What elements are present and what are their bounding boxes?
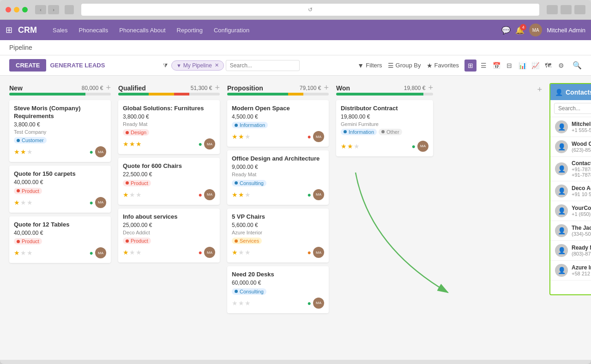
- nav-reporting[interactable]: Reporting: [172, 24, 207, 36]
- contact-item[interactable]: 👤 Azure Interior +58 212 681 0538: [550, 261, 591, 280]
- card-tag: Information: [232, 122, 268, 128]
- column-add-icon[interactable]: +: [106, 83, 111, 93]
- chat-icon[interactable]: 💬: [501, 26, 511, 35]
- app-grid-icon[interactable]: ⊞: [6, 25, 12, 35]
- search-input[interactable]: [226, 60, 300, 71]
- nav-phonecalls-about[interactable]: Phonecalls About: [115, 24, 170, 36]
- star-1: ★: [123, 191, 129, 198]
- kanban-card[interactable]: Global Solutions: Furnitures 3,800.00 € …: [118, 100, 220, 154]
- minimize-btn[interactable]: [14, 7, 19, 12]
- close-btn[interactable]: [6, 7, 11, 12]
- search-icon[interactable]: 🔍: [573, 61, 582, 70]
- browser-toolbar: ‹ › ↺: [0, 0, 591, 20]
- column-add-icon[interactable]: +: [324, 83, 329, 93]
- groupby-button[interactable]: ☰ Group By: [388, 62, 421, 69]
- kanban-card[interactable]: Office Design and Architecture 9,000.00 …: [227, 150, 329, 204]
- view-toggle: ⊞ ☰ 📅 ⊟ 📊 📈 🗺 ⚙: [464, 60, 567, 72]
- kanban-card[interactable]: Quote for 12 Tables 40,000.00 € Product …: [9, 216, 111, 263]
- card-company: Azure Interior: [232, 230, 324, 235]
- contacts-search-input[interactable]: [554, 103, 591, 114]
- star-1: ★: [14, 148, 20, 155]
- pivot-view-icon[interactable]: ⊟: [503, 60, 515, 72]
- nav-configuration[interactable]: Configuration: [209, 24, 254, 36]
- contact-item[interactable]: 👤 Wood Corner (623)-853-7197: [550, 137, 591, 157]
- share-button[interactable]: [547, 5, 558, 14]
- favorites-label: Favorites: [434, 62, 459, 69]
- kanban-card[interactable]: Quote for 150 carpets 40,000.00 € Produc…: [9, 166, 111, 212]
- card-footer: ★ ★ ★ ● MA: [14, 197, 106, 208]
- maximize-btn[interactable]: [22, 7, 28, 12]
- address-bar[interactable]: ↺: [81, 4, 539, 16]
- filters-button[interactable]: ▼ Filters: [357, 62, 382, 69]
- contact-info: Azure Interior +58 212 681 0538: [572, 264, 591, 276]
- favorites-button[interactable]: ★ Favorites: [427, 62, 459, 69]
- my-pipeline-filter[interactable]: ▼ My Pipeline ✕: [171, 60, 224, 71]
- chart-view-icon[interactable]: 📊: [516, 60, 528, 72]
- bar-chart-icon[interactable]: 📈: [529, 60, 541, 72]
- fullscreen-button[interactable]: [561, 5, 572, 14]
- create-button[interactable]: CREATE: [9, 59, 46, 72]
- card-amount: 19,800.00 €: [341, 113, 428, 120]
- card-company: Gemini Furniture: [341, 121, 428, 127]
- tab-icon: [65, 5, 74, 14]
- contact-item[interactable]: 👤 Ready Mat (803)-873-6126: [550, 241, 591, 261]
- filter-remove-icon[interactable]: ✕: [215, 62, 219, 68]
- column-title: Won: [336, 84, 350, 92]
- column-add-icon[interactable]: +: [428, 83, 433, 93]
- username: Mitchell Admin: [547, 27, 585, 34]
- card-avatar: MA: [204, 247, 215, 258]
- contact-info: Ready Mat (803)-873-6126: [572, 245, 591, 257]
- card-tag: Customer: [14, 137, 47, 143]
- contact-name: Azure Interior: [572, 264, 591, 271]
- contact-item[interactable]: 👤 Contact Name +91-7878787878 +91-787878…: [550, 157, 591, 181]
- kanban-card[interactable]: Distributor Contract 19,800.00 € Gemini …: [336, 100, 433, 156]
- contact-item[interactable]: 👤 YourCompany +1 (650) 691-3277: [550, 201, 591, 221]
- kanban-column-won: Won 19,800 € + Distributor Contract 19,8…: [336, 83, 433, 350]
- kanban-card[interactable]: Need 20 Desks 60,000.00 € Consulting ★ ★…: [227, 266, 329, 313]
- forward-button[interactable]: ›: [48, 5, 59, 14]
- kanban-card[interactable]: Modern Open Space 4,500.00 € Information…: [227, 100, 329, 147]
- kanban-card[interactable]: Quote for 600 Chairs 22,500.00 € Product…: [118, 158, 220, 204]
- map-view-icon[interactable]: 🗺: [542, 60, 554, 72]
- app-name: CRM: [18, 25, 37, 35]
- kanban-column-new: New 80,000 € + Steve Moris (Company) Req…: [9, 83, 111, 350]
- contacts-panel-header: 👤 Contacts ✕: [550, 84, 591, 100]
- status-icon: ●: [308, 299, 311, 307]
- contact-item[interactable]: 👤 Deco Addict +91 10 558 558: [550, 181, 591, 201]
- status-icon: ●: [199, 191, 202, 198]
- column-amount: 51,300 €: [191, 85, 212, 91]
- card-footer: ★ ★ ★ ● MA: [14, 146, 106, 157]
- card-avatar: MA: [95, 197, 106, 208]
- add-column-icon[interactable]: +: [537, 85, 542, 95]
- kanban-card[interactable]: Info about services 25,000.00 € Deco Add…: [118, 209, 220, 263]
- calendar-view-icon[interactable]: 📅: [490, 60, 502, 72]
- nav-sales[interactable]: Sales: [48, 24, 72, 36]
- star-3: ★: [136, 249, 142, 256]
- kanban-view-icon[interactable]: ⊞: [464, 60, 476, 72]
- contact-avatar: 👤: [555, 224, 568, 237]
- generate-leads-button[interactable]: GENERATE LEADS: [50, 62, 105, 69]
- card-avatar: MA: [417, 141, 428, 152]
- column-add-icon[interactable]: +: [215, 83, 220, 93]
- settings-view-icon[interactable]: ⚙: [555, 60, 567, 72]
- star-2: ★: [347, 143, 353, 150]
- contact-item[interactable]: 👤 Mitchell Admin +1 555-555-5555: [550, 117, 591, 137]
- contact-avatar: 👤: [555, 120, 568, 133]
- back-button[interactable]: ‹: [35, 5, 46, 14]
- kanban-cards: Modern Open Space 4,500.00 € Information…: [227, 100, 329, 313]
- kanban-card[interactable]: 5 VP Chairs 5,600.00 € Azure Interior Se…: [227, 209, 329, 263]
- contact-phone: (803)-873-6126: [572, 251, 591, 257]
- card-icons: ● MA: [90, 146, 106, 157]
- avatar: MA: [529, 24, 542, 36]
- column-header: Won 19,800 € +: [336, 83, 433, 93]
- contact-item[interactable]: 👤 The Jackson Group (334)-502-1024: [550, 221, 591, 241]
- column-progress: [118, 93, 220, 95]
- sidebar-button[interactable]: [574, 5, 585, 14]
- kanban-card[interactable]: Steve Moris (Company) Requirements 3,800…: [9, 100, 111, 162]
- card-icons: ● MA: [308, 247, 324, 258]
- contact-name: The Jackson Group: [572, 225, 591, 231]
- status-icon: ●: [199, 140, 202, 148]
- list-view-icon[interactable]: ☰: [477, 60, 489, 72]
- nav-phonecalls[interactable]: Phonecalls: [74, 24, 113, 36]
- star-1: ★: [14, 199, 20, 206]
